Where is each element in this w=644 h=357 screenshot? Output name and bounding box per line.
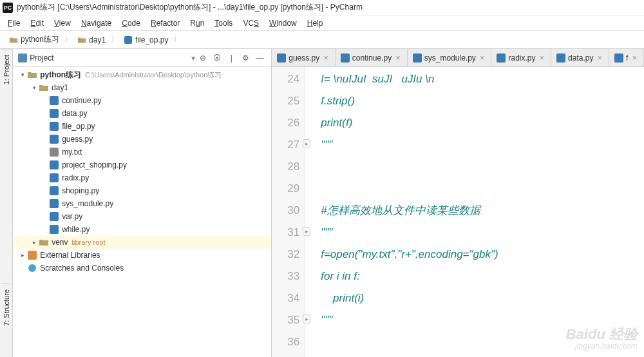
code-line[interactable]: """	[321, 222, 640, 244]
svg-point-14	[28, 264, 36, 272]
svg-rect-6	[50, 148, 59, 157]
code-line[interactable]: """	[321, 134, 640, 156]
chevron-down-icon[interactable]: ▾	[18, 72, 27, 78]
window-title: python练习 [C:\Users\Administrator\Desktop…	[17, 2, 363, 13]
chevron-right-icon[interactable]: ▸	[18, 252, 27, 258]
tab-label: f	[626, 53, 628, 63]
close-icon[interactable]: ×	[322, 53, 330, 63]
menu-view[interactable]: View	[49, 17, 76, 29]
collapse-icon[interactable]: ⊖	[196, 52, 209, 64]
code-line[interactable]: for i in f:	[321, 265, 640, 287]
tree-file[interactable]: project_shoping.py	[13, 159, 271, 171]
svg-rect-11	[50, 212, 59, 221]
editor-tab[interactable]: radix.py ×	[491, 49, 551, 66]
menu-code[interactable]: Code	[117, 17, 146, 29]
breadcrumb-root[interactable]: python练习	[5, 33, 63, 46]
svg-rect-8	[50, 173, 59, 182]
code-line[interactable]: I= \nuIJuI suJI uJIu \n	[321, 68, 640, 90]
tree-file[interactable]: shoping.py	[13, 184, 271, 197]
code-editor[interactable]: 2425262728293031323334353637 ▸▸▸ I= \nuI…	[272, 67, 644, 357]
close-icon[interactable]: ×	[596, 53, 603, 63]
target-icon[interactable]: ⦿	[211, 52, 223, 64]
breadcrumb-label: python练习	[21, 34, 59, 45]
tool-tab-structure[interactable]: 7: Structure	[1, 284, 12, 331]
left-tool-gutter: 1: Project 7: Structure	[0, 49, 13, 357]
tree-label: venv	[52, 238, 68, 247]
tree-file[interactable]: while.py	[13, 223, 271, 236]
svg-rect-19	[556, 53, 565, 63]
code-line[interactable]: f.strip()	[321, 90, 640, 112]
menu-window[interactable]: Window	[264, 17, 302, 29]
fold-marker[interactable]: ▸	[303, 314, 310, 323]
code-line[interactable]: f=open("my.txt","r+",encoding="gbk")	[321, 244, 640, 265]
tree-label: var.py	[62, 212, 82, 221]
code-line[interactable]	[321, 178, 640, 200]
line-number-gutter: 2425262728293031323334353637	[272, 67, 305, 357]
editor-tab[interactable]: data.py ×	[551, 49, 609, 66]
fold-gutter: ▸▸▸	[305, 67, 317, 357]
chevron-down-icon[interactable]: ▾	[30, 84, 39, 91]
tree-file[interactable]: guess.py	[13, 133, 271, 146]
menu-file[interactable]: File	[3, 17, 25, 29]
breadcrumb-day1[interactable]: day1	[73, 34, 109, 46]
tree-file[interactable]: var.py	[13, 210, 271, 223]
tree-root[interactable]: ▾ python练习 C:\Users\Administrator\Deskto…	[13, 68, 271, 81]
tree-file[interactable]: radix.py	[13, 171, 271, 184]
code-line[interactable]	[321, 331, 640, 353]
folder-icon	[27, 70, 37, 79]
project-tree[interactable]: ▾ python练习 C:\Users\Administrator\Deskto…	[13, 67, 271, 357]
menu-navigate[interactable]: Navigate	[76, 17, 117, 29]
svg-rect-12	[50, 225, 59, 234]
close-icon[interactable]: ×	[478, 53, 486, 63]
tree-folder-day1[interactable]: ▾ day1	[13, 81, 271, 94]
text-file-icon	[49, 148, 59, 157]
folder-icon	[77, 36, 86, 44]
fold-marker[interactable]: ▸	[303, 139, 310, 148]
code-line[interactable]: print(f)	[321, 112, 640, 134]
chevron-right-icon[interactable]: ▸	[30, 239, 39, 246]
close-icon[interactable]: ×	[630, 53, 638, 63]
tree-file[interactable]: file_op.py	[13, 120, 271, 133]
breadcrumb-label: file_op.py	[135, 35, 168, 44]
tree-file[interactable]: data.py	[13, 107, 271, 120]
fold-marker[interactable]: ▸	[303, 227, 310, 236]
svg-rect-16	[341, 53, 350, 63]
close-icon[interactable]: ×	[394, 53, 402, 63]
tree-external-libraries[interactable]: ▸ External Libraries	[13, 249, 271, 262]
tab-label: guess.py	[289, 53, 319, 63]
chevron-down-icon[interactable]: ▾	[191, 53, 195, 63]
menu-refactor[interactable]: Refactor	[146, 17, 185, 29]
divider-icon: |	[225, 52, 238, 64]
editor-tab[interactable]: guess.py ×	[272, 49, 336, 66]
editor-tab[interactable]: f ×	[609, 49, 644, 66]
tool-tab-project[interactable]: 1: Project	[1, 49, 12, 90]
menu-help[interactable]: Help	[302, 17, 328, 29]
tree-folder-venv[interactable]: ▸ venv library root	[13, 236, 271, 249]
tree-file[interactable]: sys_module.py	[13, 197, 271, 210]
editor-area: guess.py × continue.py × sys_module.py ×…	[272, 49, 644, 357]
title-bar: PC python练习 [C:\Users\Administrator\Desk…	[0, 0, 644, 15]
tree-file[interactable]: continue.py	[13, 94, 271, 107]
editor-tab[interactable]: continue.py ×	[336, 49, 408, 66]
sidebar-header: Project ▾ ⊖ ⦿ | ⚙ —	[13, 49, 271, 67]
menu-edit[interactable]: Edit	[25, 17, 49, 29]
tree-file[interactable]: my.txt	[13, 146, 271, 159]
editor-tab[interactable]: sys_module.py ×	[408, 49, 492, 66]
gear-icon[interactable]: ⚙	[239, 52, 252, 64]
menu-tools[interactable]: Tools	[209, 17, 238, 29]
hide-icon[interactable]: —	[253, 52, 266, 64]
code-line[interactable]: #怎样高效地从文件中读某些数据	[321, 200, 640, 222]
breadcrumb-file[interactable]: file_op.py	[120, 34, 172, 46]
tree-label: radix.py	[62, 173, 89, 182]
menu-vcs[interactable]: VCS	[238, 17, 264, 29]
code-body[interactable]: I= \nuIJuI suJI uJIu \nf.strip()print(f)…	[317, 67, 644, 357]
code-line[interactable]	[321, 353, 640, 357]
close-icon[interactable]: ×	[538, 53, 546, 63]
menu-run[interactable]: Run	[185, 17, 209, 29]
tree-scratches[interactable]: Scratches and Consoles	[13, 262, 271, 275]
tree-label: file_op.py	[62, 122, 95, 131]
code-line[interactable]: print(i)	[321, 287, 640, 309]
code-line[interactable]: """	[321, 309, 640, 331]
code-line[interactable]	[321, 156, 640, 178]
tree-label: data.py	[62, 109, 87, 118]
